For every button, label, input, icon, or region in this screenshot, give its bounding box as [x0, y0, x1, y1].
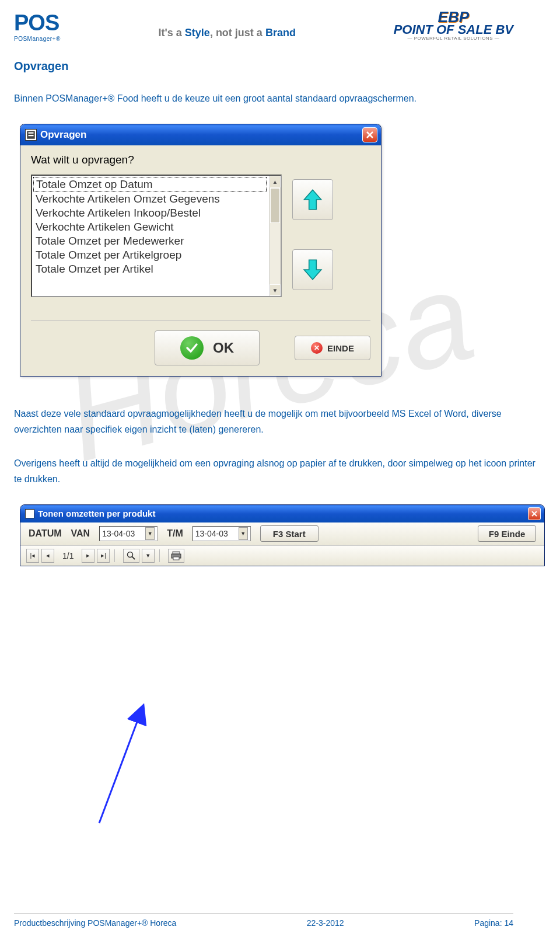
footer-center: 22-3-2012: [307, 918, 344, 928]
svg-rect-6: [173, 552, 180, 554]
logo-sub-text: POSManager+®: [14, 36, 61, 42]
prev-page-button[interactable]: ◂: [41, 549, 54, 563]
svg-line-9: [99, 706, 143, 823]
f9-einde-button[interactable]: F9 Einde: [478, 525, 536, 542]
scroll-down-icon[interactable]: ▼: [270, 284, 281, 296]
x-icon: ✕: [311, 342, 323, 354]
list-item[interactable]: Totale Omzet op Datum: [33, 177, 267, 192]
list-item[interactable]: Totale Omzet per Medewerker: [33, 234, 267, 248]
dialog-titlebar: Opvragen: [20, 124, 381, 145]
window2-titlebar: Tonen omzetten per produkt: [20, 505, 544, 522]
dialog-separator: [31, 321, 370, 321]
scroll-up-icon[interactable]: ▲: [270, 176, 281, 187]
omzetten-window: Tonen omzetten per produkt DATUM VAN 13-…: [20, 504, 545, 566]
van-date-value: 13-04-03: [102, 529, 135, 538]
page-header: POS POSManager+® It's a Style, not just …: [0, 0, 560, 48]
tm-label: T/M: [167, 528, 183, 539]
einde-button[interactable]: ✕ EINDE: [295, 336, 370, 360]
tm-date-input[interactable]: 13-04-03 ▼: [192, 526, 251, 541]
logo-ebp: EBP POINT OF SALE BV — POWERFUL RETAIL S…: [394, 11, 513, 41]
van-date-input[interactable]: 13-04-03 ▼: [99, 526, 158, 541]
svg-line-5: [132, 556, 135, 559]
tm-date-value: 13-04-03: [195, 529, 228, 538]
svg-point-4: [128, 552, 133, 557]
dialog-prompt: Wat wilt u opvragen?: [31, 154, 370, 166]
window2-close-button[interactable]: [528, 507, 541, 520]
list-item[interactable]: Totale Omzet per Artikelgroep: [33, 248, 267, 262]
paragraph-2: Naast deze vele standaard opvraagmogelij…: [14, 406, 541, 437]
last-page-button[interactable]: ▸|: [97, 549, 110, 563]
dropdown-icon[interactable]: ▼: [239, 527, 248, 540]
logo-ebp-sub: — POWERFUL RETAIL SOLUTIONS —: [407, 36, 499, 41]
list-item[interactable]: Verkochte Artikelen Gewicht: [33, 220, 267, 234]
section-title: Opvragen: [14, 60, 541, 73]
list-item[interactable]: Verkochte Artikelen Omzet Gegevens: [33, 192, 267, 206]
move-up-button[interactable]: [292, 179, 333, 220]
first-page-button[interactable]: |◂: [26, 549, 39, 563]
window-icon: [25, 129, 37, 141]
paragraph-1: Binnen POSManager+® Food heeft u de keuz…: [14, 90, 541, 106]
svg-rect-8: [173, 557, 179, 560]
dropdown-icon[interactable]: ▼: [145, 527, 155, 540]
window2-icon: [25, 509, 34, 518]
report-listbox[interactable]: Totale Omzet op DatumVerkochte Artikelen…: [31, 175, 282, 297]
zoom-button[interactable]: [123, 549, 139, 563]
listbox-scrollbar[interactable]: ▲ ▼: [269, 176, 281, 296]
opvragen-dialog: Opvragen Wat wilt u opvragen? Totale Omz…: [20, 124, 382, 377]
annotation-arrow-icon: [88, 701, 158, 829]
move-down-button[interactable]: [292, 249, 333, 290]
page-footer: Productbeschrijving POSManager+® Horeca …: [14, 913, 513, 928]
ok-label: OK: [213, 340, 234, 356]
window2-title: Tonen omzetten per produkt: [38, 508, 528, 518]
list-item[interactable]: Totale Omzet per Artikel: [33, 262, 267, 276]
zoom-drop-button[interactable]: ▾: [142, 549, 155, 563]
scroll-thumb[interactable]: [270, 188, 280, 223]
logo-main-text: POS: [14, 11, 61, 36]
close-button[interactable]: [362, 127, 377, 142]
svg-rect-3: [29, 135, 34, 136]
paragraph-3: Overigens heeft u altijd de mogelijkheid…: [14, 455, 541, 487]
next-page-button[interactable]: ▸: [82, 549, 94, 563]
van-label: VAN: [71, 528, 90, 539]
footer-left: Productbeschrijving POSManager+® Horeca: [14, 918, 176, 928]
tagline: It's a Style, not just a Brand: [61, 11, 394, 39]
dialog-title: Opvragen: [40, 129, 362, 141]
list-item[interactable]: Verkochte Artikelen Inkoop/Bestel: [33, 206, 267, 220]
date-toolbar: DATUM VAN 13-04-03 ▼ T/M 13-04-03 ▼ F3 S…: [20, 522, 544, 546]
f3-start-button[interactable]: F3 Start: [260, 525, 318, 542]
logo-ebp-line2: POINT OF SALE BV: [394, 24, 513, 36]
datum-label: DATUM: [29, 528, 62, 539]
nav-toolbar: |◂ ◂ 1/1 ▸ ▸| ▾: [20, 546, 544, 566]
einde-label: EINDE: [327, 343, 354, 353]
check-icon: [180, 336, 204, 360]
ok-button[interactable]: OK: [155, 330, 260, 365]
footer-right: Pagina: 14: [474, 918, 513, 928]
printer-button[interactable]: [168, 549, 184, 563]
svg-rect-2: [29, 133, 34, 134]
logo-posmanager: POS POSManager+®: [14, 11, 61, 42]
page-indicator: 1/1: [57, 551, 79, 560]
